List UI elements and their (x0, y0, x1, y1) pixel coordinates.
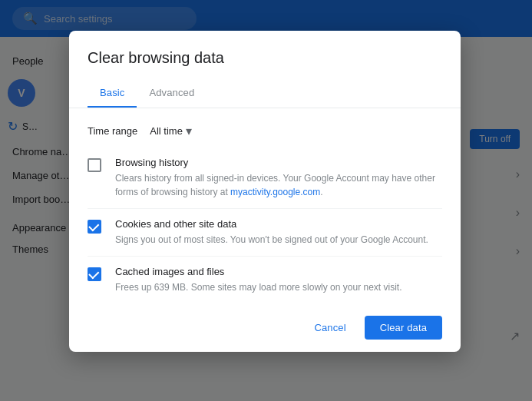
clear-data-button[interactable]: Clear data (365, 316, 442, 340)
myactivity-link[interactable]: myactivity.google.com (230, 187, 320, 197)
cookies-checkbox[interactable] (88, 220, 103, 235)
time-range-select[interactable]: All time ▾ (150, 124, 192, 138)
checkbox-checked-icon (88, 267, 101, 281)
time-range-row: Time range All time ▾ (69, 108, 461, 147)
list-item: Cached images and files Frees up 639 MB.… (88, 257, 442, 303)
browsing-history-checkbox[interactable] (88, 158, 103, 174)
dialog-tabs: Basic Advanced (69, 79, 461, 108)
cached-content: Cached images and files Frees up 639 MB.… (115, 266, 401, 294)
dialog-footer: Cancel Clear data (69, 303, 461, 352)
cached-desc: Frees up 639 MB. Some sites may load mor… (115, 280, 401, 294)
checkbox-unchecked-icon (88, 158, 101, 172)
checkbox-items-list: Browsing history Clears history from all… (69, 147, 461, 303)
tab-basic[interactable]: Basic (88, 79, 137, 108)
time-range-value: All time (150, 125, 183, 137)
list-item: Browsing history Clears history from all… (88, 147, 442, 209)
list-item: Cookies and other site data Signs you ou… (88, 209, 442, 257)
cookies-desc: Signs you out of most sites. You won't b… (115, 233, 428, 247)
cached-title: Cached images and files (115, 266, 401, 277)
clear-browsing-data-dialog: Clear browsing data Basic Advanced Time … (69, 31, 461, 352)
time-range-label: Time range (88, 125, 137, 137)
browsing-history-desc: Clears history from all signed-in device… (115, 171, 442, 199)
dialog-title: Clear browsing data (69, 31, 461, 79)
tab-advanced[interactable]: Advanced (137, 79, 207, 108)
cached-checkbox[interactable] (88, 267, 103, 283)
browsing-history-content: Browsing history Clears history from all… (115, 157, 442, 199)
checkbox-checked-icon (88, 220, 101, 234)
cookies-title: Cookies and other site data (115, 218, 428, 230)
browsing-history-title: Browsing history (115, 157, 442, 168)
cancel-button[interactable]: Cancel (302, 316, 358, 340)
dropdown-arrow-icon: ▾ (186, 124, 192, 138)
cookies-content: Cookies and other site data Signs you ou… (115, 218, 428, 247)
